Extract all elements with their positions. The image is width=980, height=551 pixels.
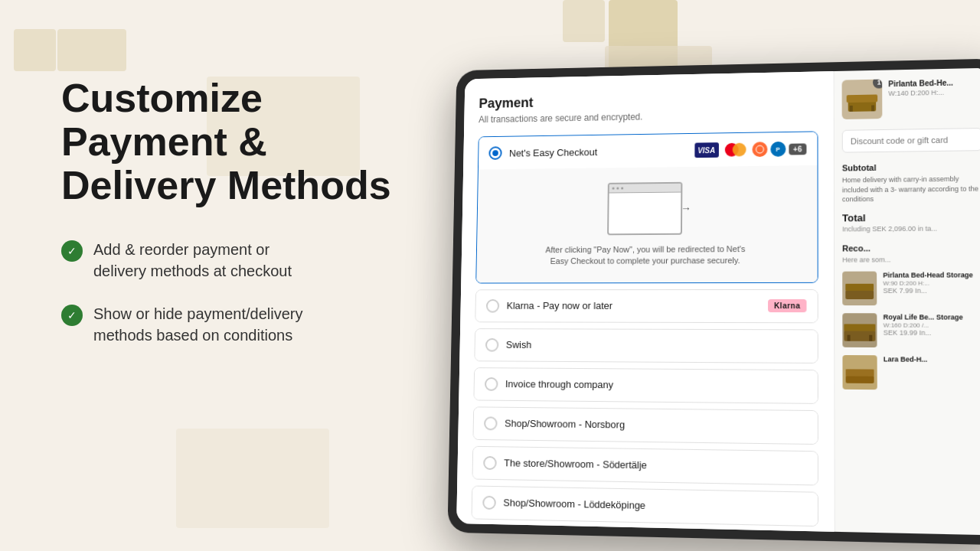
right-sidebar: 1 Pirlanta Bed-He... W:140 D:200 H:... S… <box>833 68 980 536</box>
more-badge: +6 <box>789 143 806 155</box>
svg-rect-2 <box>847 94 878 103</box>
sodertalje-label: The store/Showroom - Södertälje <box>504 458 806 474</box>
swish-label: Swish <box>506 339 807 352</box>
radio-loddeköpinge[interactable] <box>482 495 496 509</box>
payment-option-social-header[interactable]: Social Media Channels <box>472 526 818 532</box>
product-image-pirlanta: 1 <box>842 80 883 119</box>
checkout-panel: Payment All transactions are secure and … <box>456 71 834 532</box>
payment-subtitle: All transactions are secure and encrypte… <box>479 109 818 125</box>
total-sub: Including SEK 2,096.00 in ta... <box>842 224 980 233</box>
nets-label: Net's Easy Checkout <box>509 145 687 158</box>
bg-decor-2 <box>57 29 126 71</box>
loddeköpinge-label: Shop/Showroom - Löddeköpinge <box>503 497 806 515</box>
left-panel: Customize Payment & Delivery Methods ✓ A… <box>61 77 444 346</box>
radio-nets[interactable] <box>488 146 501 160</box>
rec-item-pirlanta-storage: Pirlanta Bed-Head Storage W:90 D:200 H:.… <box>842 271 980 305</box>
rec-label: Reco... <box>842 243 980 253</box>
svg-rect-9 <box>847 334 850 341</box>
discount-input[interactable] <box>842 128 980 153</box>
feature-text-1: Add & reorder payment or delivery method… <box>93 239 292 282</box>
check-icon-1: ✓ <box>61 240 83 262</box>
radio-norsborg[interactable] <box>484 416 498 430</box>
bg-decor-1 <box>14 29 56 71</box>
payment-option-swish-header[interactable]: Swish <box>475 329 817 363</box>
radio-sodertalje[interactable] <box>483 456 497 470</box>
card-icons: VISA P +6 <box>694 141 807 158</box>
mastercard-icon <box>721 142 749 158</box>
payment-option-nets[interactable]: Net's Easy Checkout VISA P <box>475 131 818 283</box>
svg-rect-4 <box>871 105 874 111</box>
rec-img-pirlanta-storage <box>842 271 877 305</box>
svg-rect-10 <box>869 334 872 341</box>
rec-sub: Here are som... <box>842 256 980 264</box>
rec-img-royal-life <box>842 313 877 347</box>
payment-option-swish[interactable]: Swish <box>474 328 818 364</box>
payment-option-invoice-header[interactable]: Invoice through company <box>474 368 817 403</box>
klarna-label: Klarna - Pay now or later <box>507 300 760 311</box>
svg-rect-3 <box>850 106 853 112</box>
product-name-pirlanta: Pirlanta Bed-He... <box>888 77 980 89</box>
main-title: Customize Payment & Delivery Methods <box>61 77 444 208</box>
rec-name-lara-bed: Lara Bed-H... <box>884 355 980 365</box>
browser-arrow: → <box>681 202 691 214</box>
device-screen: Payment All transactions are secure and … <box>456 68 980 536</box>
other-card-icon-1 <box>752 142 767 157</box>
product-dims-pirlanta: W:140 D:200 H:... <box>888 88 980 97</box>
svg-rect-6 <box>845 284 874 291</box>
feature-item-1: ✓ Add & reorder payment or delivery meth… <box>61 239 444 282</box>
svg-rect-11 <box>846 375 874 383</box>
rec-img-lara-bed <box>842 355 877 390</box>
bg-decor-7 <box>176 429 329 528</box>
feature-list: ✓ Add & reorder payment or delivery meth… <box>61 239 444 346</box>
payment-option-loddeköpinge-header[interactable]: Shop/Showroom - Löddeköpinge <box>472 486 818 526</box>
radio-klarna[interactable] <box>486 299 499 313</box>
payment-option-invoice[interactable]: Invoice through company <box>473 367 818 404</box>
browser-mockup: → <box>607 182 682 236</box>
radio-invoice[interactable] <box>485 377 498 391</box>
total-label: Total <box>842 211 980 224</box>
rec-name-pirlanta-storage: Pirlanta Bed-Head Storage <box>883 271 980 280</box>
payment-option-social[interactable]: Social Media Channels <box>471 525 819 532</box>
product-item-pirlanta: 1 Pirlanta Bed-He... W:140 D:200 H:... <box>842 77 980 119</box>
nets-content: → After clicking "Pay Now", you will be … <box>476 165 817 282</box>
payment-option-klarna[interactable]: Klarna - Pay now or later Klarna <box>475 289 818 323</box>
rec-price-pirlanta-storage: SEK 7.99 In... <box>883 287 980 295</box>
norsborg-label: Shop/Showroom - Norsborg <box>505 418 807 433</box>
svg-rect-8 <box>844 324 875 331</box>
svg-rect-5 <box>845 290 874 299</box>
rec-item-lara-bed: Lara Bed-H... <box>842 355 980 390</box>
payment-option-nets-header[interactable]: Net's Easy Checkout VISA P <box>479 132 818 169</box>
payment-option-norsborg-header[interactable]: Shop/Showroom - Norsborg <box>473 407 817 444</box>
payment-title: Payment <box>479 90 818 112</box>
check-icon-2: ✓ <box>61 305 83 326</box>
payment-option-sodertalje-header[interactable]: The store/Showroom - Södertälje <box>472 447 817 485</box>
rec-dims-pirlanta-storage: W:90 D:200 H:... <box>883 280 980 287</box>
payment-option-loddeköpinge[interactable]: Shop/Showroom - Löddeköpinge <box>472 485 818 527</box>
product-info-pirlanta: Pirlanta Bed-He... W:140 D:200 H:... <box>888 77 980 119</box>
rec-item-royal-life: Royal Life Be... Storage W:160 D:200 /..… <box>842 313 980 347</box>
subtotal-desc: Home delivery with carry-in assembly inc… <box>842 174 980 204</box>
payment-option-klarna-header[interactable]: Klarna - Pay now or later Klarna <box>475 290 817 322</box>
device-frame: Payment All transactions are secure and … <box>447 58 980 545</box>
browser-bar <box>609 184 681 194</box>
subtotal-label: Subtotal <box>842 161 980 172</box>
nets-desc: After clicking "Pay Now", you will be re… <box>545 243 746 267</box>
payment-option-norsborg[interactable]: Shop/Showroom - Norsborg <box>472 406 818 445</box>
visa-icon: VISA <box>694 142 719 158</box>
rec-info-lara-bed: Lara Bed-H... <box>884 355 980 390</box>
bg-decor-4 <box>563 0 605 42</box>
klarna-badge: Klarna <box>768 299 807 312</box>
radio-swish[interactable] <box>485 338 499 352</box>
rec-info-pirlanta-storage: Pirlanta Bed-Head Storage W:90 D:200 H:.… <box>883 271 980 305</box>
feature-item-2: ✓ Show or hide payment/delivery methods … <box>61 303 444 346</box>
svg-point-0 <box>756 145 763 153</box>
rec-name-royal-life: Royal Life Be... Storage <box>884 313 980 322</box>
invoice-label: Invoice through company <box>505 378 807 392</box>
rec-dims-royal-life: W:160 D:200 /... <box>884 322 980 330</box>
payment-option-sodertalje[interactable]: The store/Showroom - Södertälje <box>472 446 818 486</box>
feature-text-2: Show or hide payment/delivery methods ba… <box>93 303 302 346</box>
svg-rect-12 <box>846 369 874 376</box>
rec-info-royal-life: Royal Life Be... Storage W:160 D:200 /..… <box>884 313 980 347</box>
other-card-icon-2: P <box>770 142 786 157</box>
rec-price-royal-life: SEK 19.99 In... <box>884 329 980 337</box>
